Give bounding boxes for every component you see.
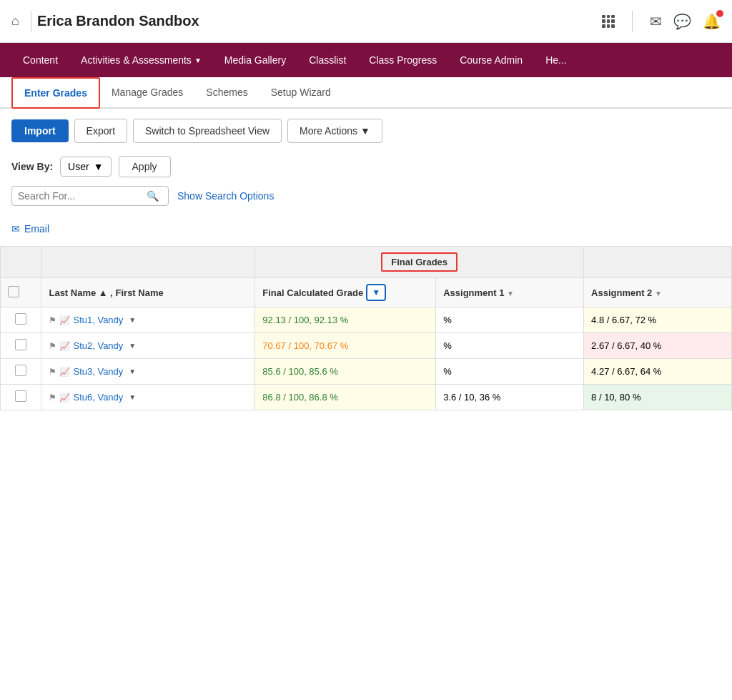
activities-chevron: ▼ — [194, 56, 202, 64]
table-row: ⚑ 📈 Stu6, Vandy ▼ 86.8 / 100, 86.8 % 3.6… — [1, 385, 732, 410]
flag-icon: ⚑ — [49, 341, 56, 351]
sub-header-row: Last Name ▲ , First Name Final Calculate… — [1, 278, 732, 307]
row-final-3: 85.6 / 100, 85.6 % — [255, 359, 436, 385]
final-grade-dropdown-button[interactable]: ▼ — [366, 284, 386, 301]
view-by-label: View By: — [11, 161, 53, 172]
chart-icon: 📈 — [59, 367, 70, 377]
group-final-grades-cell: Final Grades — [255, 247, 584, 278]
row-assign1-3: % — [436, 359, 584, 385]
select-all-checkbox[interactable] — [8, 286, 19, 297]
student-link-4[interactable]: Stu6, Vandy — [73, 392, 123, 403]
row-assign2-1: 4.8 / 6.67, 72 % — [584, 307, 732, 333]
grades-toolbar: Import Export Switch to Spreadsheet View… — [0, 109, 732, 153]
row-name-1: ⚑ 📈 Stu1, Vandy ▼ — [41, 307, 255, 333]
chart-icon: 📈 — [59, 315, 70, 325]
view-by-select[interactable]: User ▼ — [60, 157, 111, 177]
nav-item-content[interactable]: Content — [11, 43, 69, 77]
home-icon[interactable]: ⌂ — [11, 14, 19, 29]
grades-table-wrapper: Final Grades Last Name ▲ , First Name Fi… — [0, 246, 732, 410]
search-box[interactable]: 🔍 — [11, 186, 169, 206]
header-final-grade: Final Calculated Grade ▼ — [255, 278, 436, 307]
chart-icon: 📈 — [59, 393, 70, 403]
row-assign2-3: 4.27 / 6.67, 64 % — [584, 359, 732, 385]
student-expand-1[interactable]: ▼ — [129, 316, 136, 324]
student-link-2[interactable]: Stu2, Vandy — [73, 340, 123, 351]
assign1-sort-icon: ▼ — [507, 290, 514, 297]
import-button[interactable]: Import — [11, 119, 69, 142]
table-row: ⚑ 📈 Stu2, Vandy ▼ 70.67 / 100, 70.67 % %… — [1, 333, 732, 359]
row-final-1: 92.13 / 100, 92.13 % — [255, 307, 436, 333]
flag-icon: ⚑ — [49, 393, 56, 403]
header-assignment1[interactable]: Assignment 1 ▼ — [436, 278, 584, 307]
bell-icon[interactable]: 🔔 — [703, 13, 721, 30]
row-check-4[interactable] — [1, 385, 41, 410]
show-search-options-link[interactable]: Show Search Options — [177, 190, 274, 202]
row-check-3[interactable] — [1, 359, 41, 385]
more-actions-chevron: ▼ — [360, 125, 370, 137]
group-assign2-cell — [584, 247, 732, 278]
table-row: ⚑ 📈 Stu3, Vandy ▼ 85.6 / 100, 85.6 % % 4… — [1, 359, 732, 385]
grid-icon[interactable] — [602, 15, 615, 28]
student-expand-3[interactable]: ▼ — [129, 368, 136, 375]
row-assign2-2: 2.67 / 6.67, 40 % — [584, 333, 732, 359]
mail-icon[interactable]: ✉ — [650, 13, 662, 30]
nav-item-media[interactable]: Media Gallery — [213, 43, 297, 77]
student-expand-2[interactable]: ▼ — [129, 342, 136, 350]
student-expand-4[interactable]: ▼ — [129, 393, 136, 401]
row-check-1[interactable] — [1, 307, 41, 333]
header-check — [1, 278, 41, 307]
nav-item-class-progress[interactable]: Class Progress — [357, 43, 448, 77]
email-icon: ✉ — [11, 223, 20, 235]
nav-item-he[interactable]: He... — [534, 43, 578, 77]
view-by-row: View By: User ▼ Apply — [0, 153, 732, 183]
row-assign1-2: % — [436, 333, 584, 359]
tab-setup-wizard[interactable]: Setup Wizard — [259, 78, 342, 108]
top-header: ⌂ Erica Brandon Sandbox ✉ 💬 🔔 — [0, 0, 732, 43]
main-nav: Content Activities & Assessments ▼ Media… — [0, 43, 732, 77]
assign2-sort-icon: ▼ — [655, 290, 662, 297]
email-link[interactable]: Email — [24, 223, 49, 235]
nav-item-activities[interactable]: Activities & Assessments ▼ — [69, 43, 213, 77]
row-name-4: ⚑ 📈 Stu6, Vandy ▼ — [41, 385, 255, 410]
row-name-3: ⚑ 📈 Stu3, Vandy ▼ — [41, 359, 255, 385]
app-title: Erica Brandon Sandbox — [37, 13, 602, 29]
tab-schemes[interactable]: Schemes — [194, 78, 259, 108]
email-row: ✉ Email — [0, 217, 732, 243]
more-actions-button[interactable]: More Actions ▼ — [287, 119, 382, 143]
header-name[interactable]: Last Name ▲ , First Name — [41, 278, 255, 307]
chart-icon: 📈 — [59, 341, 70, 351]
apply-button[interactable]: Apply — [119, 156, 171, 177]
search-icon: 🔍 — [147, 190, 159, 202]
final-grades-label: Final Grades — [381, 252, 458, 272]
header-assignment2[interactable]: Assignment 2 ▼ — [584, 278, 732, 307]
tabs-bar: Enter Grades Manage Grades Schemes Setup… — [0, 77, 732, 109]
icon-divider1 — [632, 11, 633, 32]
chat-icon[interactable]: 💬 — [673, 13, 691, 30]
group-check-cell — [1, 247, 41, 278]
nav-item-course-admin[interactable]: Course Admin — [448, 43, 534, 77]
nav-item-classlist[interactable]: Classlist — [297, 43, 357, 77]
header-divider — [31, 11, 31, 32]
export-button[interactable]: Export — [74, 119, 127, 143]
spreadsheet-button[interactable]: Switch to Spreadsheet View — [133, 119, 282, 143]
search-input[interactable] — [18, 190, 147, 202]
row-assign2-4: 8 / 10, 80 % — [584, 385, 732, 410]
flag-icon: ⚑ — [49, 315, 56, 325]
search-row: 🔍 Show Search Options — [0, 183, 732, 217]
row-assign1-4: 3.6 / 10, 36 % — [436, 385, 584, 410]
student-link-1[interactable]: Stu1, Vandy — [73, 315, 123, 325]
tab-manage-grades[interactable]: Manage Grades — [100, 78, 194, 108]
table-row: ⚑ 📈 Stu1, Vandy ▼ 92.13 / 100, 92.13 % %… — [1, 307, 732, 333]
grades-table: Final Grades Last Name ▲ , First Name Fi… — [0, 246, 732, 410]
notification-badge — [716, 10, 723, 17]
tab-enter-grades[interactable]: Enter Grades — [11, 77, 100, 109]
view-by-chevron: ▼ — [94, 161, 104, 172]
row-assign1-1: % — [436, 307, 584, 333]
row-final-2: 70.67 / 100, 70.67 % — [255, 333, 436, 359]
row-name-2: ⚑ 📈 Stu2, Vandy ▼ — [41, 333, 255, 359]
header-icons: ✉ 💬 🔔 — [602, 11, 721, 32]
student-link-3[interactable]: Stu3, Vandy — [73, 366, 123, 377]
group-header-row: Final Grades — [1, 247, 732, 278]
flag-icon: ⚑ — [49, 367, 56, 377]
row-check-2[interactable] — [1, 333, 41, 359]
